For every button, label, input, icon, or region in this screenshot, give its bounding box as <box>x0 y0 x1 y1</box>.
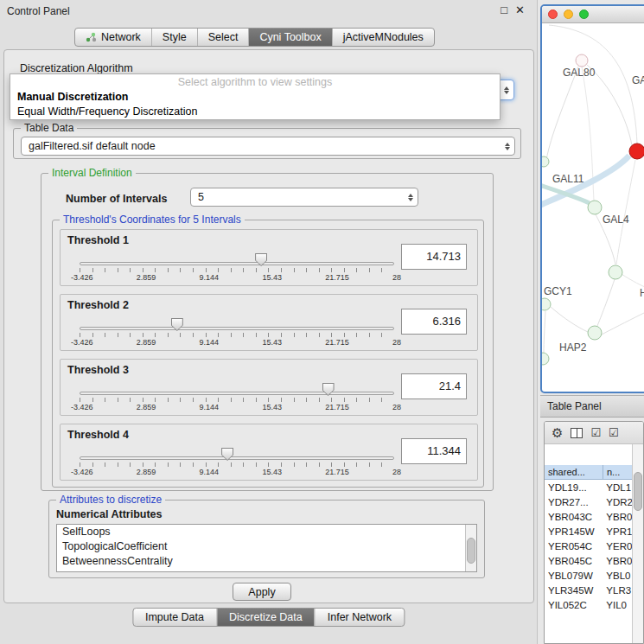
network-node[interactable] <box>588 201 602 214</box>
cell[interactable]: YPR145W <box>545 526 603 537</box>
cell[interactable]: YDR2 <box>603 497 632 507</box>
tick-label: 9.144 <box>200 403 220 411</box>
network-node-selected[interactable] <box>629 143 644 159</box>
cell[interactable]: YBR043C <box>545 512 603 522</box>
tab-label: Cyni Toolbox <box>259 31 321 43</box>
table-scrollbar-thumb[interactable] <box>634 472 642 511</box>
table-panel-window: ⚙ ☑ ☑ shared... n... YDL19...YDL1 YDR27.… <box>544 421 644 644</box>
table-row[interactable]: YBR045CYBR0 <box>545 553 632 568</box>
table-row[interactable]: YIL052CYIL0 <box>545 597 632 612</box>
number-of-intervals-combobox[interactable]: 5 <box>190 188 418 207</box>
cell[interactable]: YDL19... <box>545 482 603 493</box>
cell[interactable]: YDR27... <box>545 497 603 507</box>
cell[interactable]: YBR0 <box>603 556 632 566</box>
float-window-button[interactable]: □ <box>501 3 507 16</box>
threshold-1-slider[interactable]: -3.426 2.859 9.144 15.43 21.715 28 <box>80 251 394 285</box>
list-item-topologicalcoefficient[interactable]: TopologicalCoefficient <box>57 539 476 554</box>
tab-style[interactable]: Style <box>152 29 198 46</box>
cell[interactable]: YER0 <box>603 541 632 552</box>
slider-track[interactable] <box>80 392 394 395</box>
table-row[interactable]: YER054CYER0 <box>545 539 632 553</box>
tick-label: 15.43 <box>262 338 282 347</box>
network-icon <box>86 32 97 42</box>
tab-label: jActiveMNodules <box>343 31 424 43</box>
table-scrollbar[interactable] <box>632 444 643 643</box>
slider-tick-labels: -3.426 2.859 9.144 15.43 21.715 28 <box>71 403 401 411</box>
slider-track[interactable] <box>80 456 394 460</box>
cell[interactable]: YIL052C <box>545 600 603 610</box>
slider-track[interactable] <box>80 262 394 265</box>
settings-gear-icon[interactable]: ⚙ <box>552 426 563 439</box>
threshold-1-value-field[interactable]: 14.713 <box>401 244 467 270</box>
dropdown-option-equal-width-frequency[interactable]: Equal Width/Frequency Discretization <box>10 105 500 119</box>
threshold-3-value-field[interactable]: 21.4 <box>401 373 467 399</box>
tab-jactivemnodules[interactable]: jActiveMNodules <box>333 29 434 46</box>
list-scrollbar[interactable] <box>465 525 476 571</box>
table-row[interactable]: YBL079WYBL0 <box>545 568 632 583</box>
cell[interactable]: YER054C <box>545 541 603 552</box>
table-row[interactable]: YDL19...YDL1 <box>545 480 632 494</box>
threshold-4-value-field[interactable]: 11.344 <box>401 438 467 464</box>
network-node[interactable] <box>542 298 551 310</box>
table-row[interactable]: YDR27...YDR2 <box>545 494 632 509</box>
network-window-titlebar[interactable] <box>542 6 644 23</box>
tab-impute-data[interactable]: Impute Data <box>133 609 217 626</box>
select-checkbox-icon[interactable]: ☑ <box>609 427 619 438</box>
table-row[interactable]: YPR145WYPR1 <box>545 524 632 539</box>
tab-select[interactable]: Select <box>198 29 250 46</box>
cell[interactable]: YBR045C <box>545 556 603 566</box>
network-node[interactable] <box>576 54 588 67</box>
cell[interactable]: YPR1 <box>603 526 632 537</box>
cell[interactable]: YIL0 <box>603 600 632 610</box>
network-node[interactable] <box>542 353 549 365</box>
network-node[interactable] <box>542 156 549 167</box>
network-canvas[interactable]: GAL80 GA GAL11 GAL4 GCY1 H HAP2 <box>542 23 644 392</box>
list-item-selfloops[interactable]: SelfLoops <box>57 525 476 539</box>
threshold-3-slider[interactable]: -3.426 2.859 9.144 15.43 21.715 28 <box>80 380 394 415</box>
table-data-combobox[interactable]: galFiltered.sif default node <box>21 137 515 156</box>
column-header-shared-name[interactable]: shared... <box>545 465 603 480</box>
thresholds-group: Threshold's Coordinates for 5 Intervals … <box>52 220 484 488</box>
cell[interactable]: YLR3 <box>603 585 632 596</box>
interval-definition-group: Interval Definition Number of Intervals … <box>41 173 494 491</box>
minimize-traffic-light-icon[interactable] <box>564 10 573 19</box>
network-node[interactable] <box>609 265 622 279</box>
combo-stepper-icon <box>500 143 514 150</box>
combo-stepper-icon <box>499 86 513 94</box>
cell[interactable]: YBL079W <box>545 571 603 581</box>
attributes-group: Attributes to discretize Numerical Attri… <box>48 500 485 578</box>
table-panel-header[interactable]: Table Panel <box>540 395 644 418</box>
threshold-2-label: Threshold 2 <box>67 299 129 311</box>
list-item-betweennesscentrality[interactable]: BetweennessCentrality <box>57 554 476 569</box>
tick-label: 9.144 <box>200 338 220 347</box>
number-of-intervals-value: 5 <box>191 191 204 203</box>
cell[interactable]: YLR345W <box>545 585 603 596</box>
threshold-2-value-field[interactable]: 6.316 <box>401 309 467 335</box>
tab-discretize-data[interactable]: Discretize Data <box>217 609 316 626</box>
table-data-group-label: Table Data <box>21 122 77 134</box>
table-panel-title: Table Panel <box>547 400 602 412</box>
table-row[interactable]: YBR043CYBR0 <box>545 509 632 524</box>
dropdown-option-manual-discretization[interactable]: Manual Discretization <box>10 90 500 105</box>
list-scrollbar-thumb[interactable] <box>467 538 475 564</box>
tab-network[interactable]: Network <box>75 29 152 46</box>
tab-infer-network[interactable]: Infer Network <box>316 609 404 626</box>
close-window-button[interactable]: ✕ <box>515 3 525 16</box>
cell[interactable]: YBR0 <box>603 512 632 522</box>
cell[interactable]: YDL1 <box>603 482 632 493</box>
slider-track[interactable] <box>80 327 394 330</box>
network-node[interactable] <box>588 326 602 340</box>
column-header-name[interactable]: n... <box>603 465 633 480</box>
table-row[interactable]: YLR345WYLR3 <box>545 583 632 597</box>
close-traffic-light-icon[interactable] <box>548 10 558 19</box>
threshold-4-slider[interactable]: -3.426 2.859 9.144 15.43 21.715 28 <box>80 445 394 480</box>
column-visibility-icon[interactable] <box>571 428 583 438</box>
node-label-h-partial: H <box>640 287 644 299</box>
select-checkbox-icon[interactable]: ☑ <box>590 427 601 438</box>
apply-button[interactable]: Apply <box>233 583 291 601</box>
threshold-2-slider[interactable]: -3.426 2.859 9.144 15.43 21.715 28 <box>80 316 394 350</box>
zoom-traffic-light-icon[interactable] <box>579 10 589 19</box>
cell[interactable]: YBL0 <box>603 571 632 581</box>
tick-label: 28 <box>392 273 401 282</box>
tab-cyni-toolbox[interactable]: Cyni Toolbox <box>249 29 332 46</box>
